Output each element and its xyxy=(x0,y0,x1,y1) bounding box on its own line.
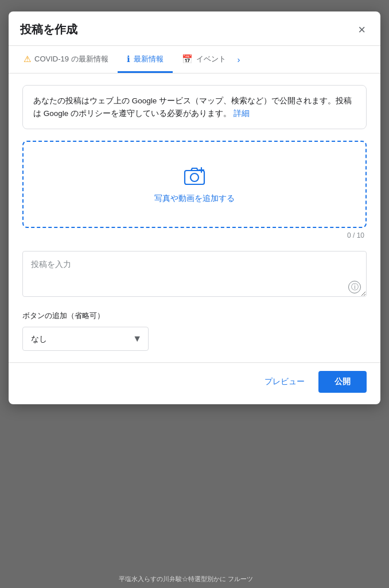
modal-footer: プレビュー 公開 xyxy=(9,362,380,404)
warning-icon: ⚠ xyxy=(24,54,31,64)
tab-event[interactable]: 📅 イベント xyxy=(173,46,235,73)
button-select[interactable]: なし 予約する 注文する 詳細 xyxy=(22,327,149,351)
svg-point-1 xyxy=(190,173,199,181)
tab-news-label: 最新情報 xyxy=(134,54,164,64)
preview-button[interactable]: プレビュー xyxy=(258,372,312,392)
modal-title: 投稿を作成 xyxy=(20,22,77,37)
info-box-text: あなたの投稿はウェブ上の Google サービス（マップ、検索など）で公開されま… xyxy=(33,96,352,118)
modal-body: あなたの投稿はウェブ上の Google サービス（マップ、検索など）で公開されま… xyxy=(9,74,380,362)
bottom-caption: 平塩水入らすの川弁駿☆特選型別かに フルーツ xyxy=(0,570,372,588)
modal-dialog: 投稿を作成 × ⚠ COVID-19 の最新情報 ℹ 最新情報 📅 イベント ›… xyxy=(9,11,380,404)
button-add-label: ボタンの追加（省略可） xyxy=(22,311,367,321)
media-count: 0 / 10 xyxy=(22,231,367,239)
upload-area[interactable]: 写真や動画を追加する xyxy=(22,141,367,228)
info-box: あなたの投稿はウェブ上の Google サービス（マップ、検索など）で公開されま… xyxy=(22,85,367,129)
tab-event-label: イベント xyxy=(196,54,226,64)
modal-header: 投稿を作成 × xyxy=(9,11,380,46)
camera-plus-icon xyxy=(183,165,206,188)
info-icon-tab: ℹ xyxy=(127,54,130,64)
close-button[interactable]: × xyxy=(355,22,369,37)
calendar-icon-tab: 📅 xyxy=(182,54,193,64)
chevron-right-icon[interactable]: › xyxy=(238,55,240,64)
info-box-link[interactable]: 詳細 xyxy=(234,109,250,118)
tab-news[interactable]: ℹ 最新情報 xyxy=(118,46,173,73)
button-select-wrap: なし 予約する 注文する 詳細 ▼ xyxy=(22,327,149,351)
tab-covid[interactable]: ⚠ COVID-19 の最新情報 xyxy=(14,46,118,73)
tab-covid-label: COVID-19 の最新情報 xyxy=(34,54,108,64)
post-input-wrap: ⓘ xyxy=(22,251,367,299)
tab-bar: ⚠ COVID-19 の最新情報 ℹ 最新情報 📅 イベント › xyxy=(9,46,380,74)
modal-overlay: 投稿を作成 × ⚠ COVID-19 の最新情報 ℹ 最新情報 📅 イベント ›… xyxy=(0,0,389,588)
upload-label: 写真や動画を追加する xyxy=(154,194,235,204)
button-add-section: ボタンの追加（省略可） なし 予約する 注文する 詳細 ▼ xyxy=(22,311,367,351)
publish-button[interactable]: 公開 xyxy=(318,371,367,393)
post-textarea[interactable] xyxy=(22,251,367,297)
